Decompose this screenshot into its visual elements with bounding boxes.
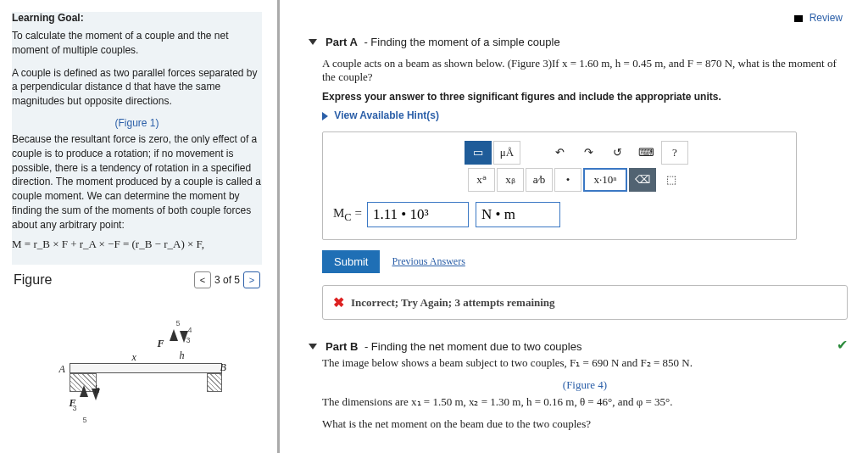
figure-prev-button[interactable]: < (194, 271, 211, 288)
view-hints[interactable]: View Available Hint(s) (322, 109, 848, 121)
incorrect-icon: ✖ (333, 294, 344, 310)
tool-fraction[interactable]: a⁄b (526, 168, 553, 192)
tool-keyboard[interactable]: ⌨ (632, 141, 659, 165)
figure-4-link[interactable]: (Figure 4) (563, 378, 607, 391)
tool-units[interactable]: μÅ (493, 141, 520, 165)
collapse-icon (309, 39, 317, 45)
part-a-title: - Finding the moment of a simple couple (361, 36, 560, 48)
answer-panel: ▭ μÅ ↶ ↷ ↺ ⌨ ? xᵃ xᵦ a⁄b • x·10ⁿ ⌫ ⬚ MC … (322, 131, 797, 240)
figure-section-title: Figure (14, 272, 52, 288)
diagram-label-x: x (132, 351, 136, 364)
figure-1-link[interactable]: (Figure 1) (114, 117, 159, 129)
tool-scientific[interactable]: x·10ⁿ (583, 168, 627, 192)
tool-redo[interactable]: ↷ (575, 141, 602, 165)
part-b-line2: The dimensions are x₁ = 1.50 m, x₂ = 1.3… (322, 394, 848, 411)
previous-answers-link[interactable]: Previous Answers (392, 255, 465, 268)
tool-superscript[interactable]: xᵃ (468, 168, 495, 192)
tool-picker-icon[interactable]: ⬚ (658, 168, 685, 192)
submit-button[interactable]: Submit (322, 250, 380, 273)
diagram-label-F-upper: F (158, 338, 164, 350)
learning-goal-title: Learning Goal: (12, 12, 262, 24)
part-b-correct-icon: ✔ (837, 337, 848, 353)
tool-undo[interactable]: ↶ (546, 141, 573, 165)
part-b-header[interactable]: Part B - Finding the net moment due to t… (309, 335, 581, 355)
figure-pager: < 3 of 5 > (194, 271, 260, 288)
learning-goal-panel: Learning Goal: To calculate the moment o… (12, 12, 262, 265)
tool-subscript[interactable]: xᵦ (497, 168, 524, 192)
answer-unit-input[interactable] (476, 202, 560, 227)
diagram-label-h-upper: h (180, 350, 185, 362)
learning-goal-text-1: To calculate the moment of a couple and … (12, 29, 262, 58)
learning-goal-text-2: A couple is defined as two parallel forc… (12, 66, 262, 109)
tool-delete[interactable]: ⌫ (629, 168, 656, 192)
collapse-icon (309, 344, 317, 350)
learning-goal-text-3: Because the resultant force is zero, the… (12, 132, 262, 232)
diagram-label-B: B (220, 361, 226, 374)
tool-dot[interactable]: • (554, 168, 581, 192)
tool-reset[interactable]: ↺ (604, 141, 631, 165)
part-a-question: A couple acts on a beam as shown below. … (322, 57, 848, 84)
answer-value-input[interactable] (367, 202, 469, 227)
hints-arrow-icon (322, 112, 328, 120)
review-icon (794, 15, 803, 22)
part-b-title: - Finding the net moment due to two coup… (361, 340, 581, 353)
part-b-bold: Part B (326, 340, 358, 353)
feedback-box: ✖ Incorrect; Try Again; 3 attempts remai… (322, 285, 848, 320)
part-a-instruction: Express your answer to three significant… (322, 91, 848, 103)
diagram-label-A: A (59, 363, 65, 376)
feedback-text: Incorrect; Try Again; 3 attempts remaini… (351, 296, 555, 310)
part-a-bold: Part A (326, 36, 358, 48)
figure-diagram: A B F F x h h 35 543 (44, 310, 231, 429)
diagram-label-h-lower: h (95, 383, 100, 396)
figure-next-button[interactable]: > (243, 271, 260, 288)
review-link[interactable]: Review (810, 12, 843, 24)
part-b-line1: The image below shows a beam subject to … (322, 355, 848, 372)
tool-template[interactable]: ▭ (465, 141, 492, 165)
couple-moment-formula: M = r_B × F + r_A × −F = (r_B − r_A) × F… (12, 238, 262, 251)
figure-page-label: 3 of 5 (214, 274, 240, 286)
eq-prefix: MC = (333, 206, 362, 224)
part-b-line3: What is the net moment on the beam due t… (322, 416, 848, 433)
part-a-header[interactable]: Part A - Finding the moment of a simple … (309, 31, 848, 53)
tool-help[interactable]: ? (661, 141, 688, 165)
